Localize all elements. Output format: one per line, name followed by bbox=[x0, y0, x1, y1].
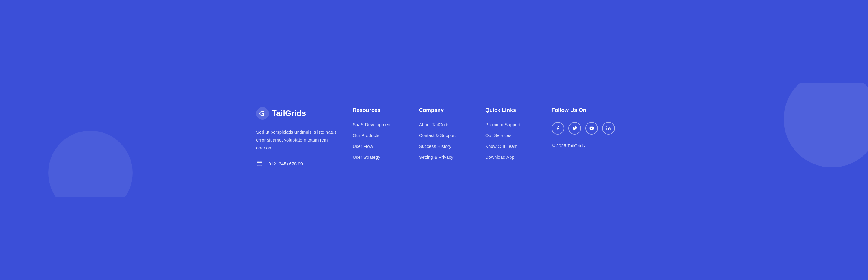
phone-icon bbox=[256, 160, 263, 167]
quick-links-title: Quick Links bbox=[485, 107, 539, 113]
youtube-button[interactable] bbox=[585, 122, 598, 135]
decorative-circle-right bbox=[784, 83, 868, 167]
svg-point-7 bbox=[607, 126, 607, 127]
brand-phone: +012 (345) 678 99 bbox=[256, 160, 341, 167]
resources-title: Resources bbox=[352, 107, 407, 113]
facebook-button[interactable] bbox=[552, 122, 564, 135]
company-column: Company About TailGrids Contact & Suppor… bbox=[419, 107, 473, 167]
list-item: Our Services bbox=[485, 133, 539, 138]
resources-link-1[interactable]: SaaS Development bbox=[352, 122, 392, 127]
svg-rect-6 bbox=[607, 128, 607, 130]
list-item: About TailGrids bbox=[419, 122, 473, 127]
list-item: Setting & Privacy bbox=[419, 155, 473, 160]
resources-link-2[interactable]: Our Products bbox=[352, 133, 379, 138]
brand-logo: TailGrids bbox=[256, 107, 341, 120]
follow-column: Follow Us On bbox=[552, 107, 615, 167]
company-link-3[interactable]: Success History bbox=[419, 144, 452, 149]
list-item: Our Products bbox=[352, 133, 407, 138]
list-item: SaaS Development bbox=[352, 122, 407, 127]
company-link-2[interactable]: Contact & Support bbox=[419, 133, 456, 138]
youtube-icon bbox=[589, 126, 594, 131]
quick-link-4[interactable]: Download App bbox=[485, 155, 515, 160]
facebook-icon bbox=[555, 126, 560, 131]
brand-description: Sed ut perspiciatis undmnis is iste natu… bbox=[256, 128, 341, 152]
list-item: Download App bbox=[485, 155, 539, 160]
decorative-circle-left bbox=[48, 131, 133, 197]
list-item: User Flow bbox=[352, 144, 407, 149]
linkedin-icon bbox=[606, 126, 611, 131]
company-link-1[interactable]: About TailGrids bbox=[419, 122, 450, 127]
quick-link-3[interactable]: Know Our Team bbox=[485, 144, 518, 149]
phone-number: +012 (345) 678 99 bbox=[266, 161, 303, 166]
svg-rect-1 bbox=[257, 162, 262, 166]
follow-title: Follow Us On bbox=[552, 107, 615, 113]
brand-name: TailGrids bbox=[272, 109, 306, 118]
resources-column: Resources SaaS Development Our Products … bbox=[352, 107, 407, 167]
footer: TailGrids Sed ut perspiciatis undmnis is… bbox=[0, 83, 868, 197]
list-item: User Strategy bbox=[352, 155, 407, 160]
resources-link-3[interactable]: User Flow bbox=[352, 144, 373, 149]
company-title: Company bbox=[419, 107, 473, 113]
list-item: Premium Support bbox=[485, 122, 539, 127]
quick-links-list: Premium Support Our Services Know Our Te… bbox=[485, 122, 539, 160]
quick-link-2[interactable]: Our Services bbox=[485, 133, 512, 138]
twitter-button[interactable] bbox=[568, 122, 581, 135]
company-link-4[interactable]: Setting & Privacy bbox=[419, 155, 453, 160]
quick-links-column: Quick Links Premium Support Our Services… bbox=[485, 107, 539, 167]
social-icons-group bbox=[552, 122, 615, 135]
brand-column: TailGrids Sed ut perspiciatis undmnis is… bbox=[256, 107, 341, 167]
linkedin-button[interactable] bbox=[602, 122, 615, 135]
footer-container: TailGrids Sed ut perspiciatis undmnis is… bbox=[238, 107, 630, 167]
copyright: © 2025 TailGrids bbox=[552, 143, 615, 148]
twitter-icon bbox=[572, 126, 577, 131]
resources-list: SaaS Development Our Products User Flow … bbox=[352, 122, 407, 160]
quick-link-1[interactable]: Premium Support bbox=[485, 122, 521, 127]
company-list: About TailGrids Contact & Support Succes… bbox=[419, 122, 473, 160]
brand-logo-icon bbox=[256, 107, 269, 120]
resources-link-4[interactable]: User Strategy bbox=[352, 155, 380, 160]
list-item: Contact & Support bbox=[419, 133, 473, 138]
list-item: Know Our Team bbox=[485, 144, 539, 149]
list-item: Success History bbox=[419, 144, 473, 149]
